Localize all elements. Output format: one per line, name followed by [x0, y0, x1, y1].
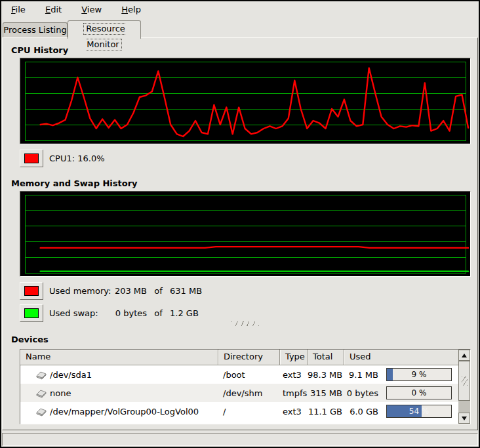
usage-percent-label: 9 %: [387, 369, 451, 380]
memory-of-word: of: [147, 286, 170, 296]
memory-history-title: Memory and Swap History: [11, 178, 138, 188]
table-row[interactable]: /dev/sda1 /boot ext3 98.3 MB 9.1 MB 9 %: [20, 365, 470, 384]
cpu-history-graph: [20, 58, 471, 144]
cpu-legend-label: CPU1: 16.0%: [49, 153, 105, 163]
usage-percent-label: 0 %: [387, 387, 451, 399]
menu-view[interactable]: View: [73, 1, 110, 18]
tab-process-listing-label: Process Listing: [3, 25, 66, 35]
device-total: 11.1 GB: [308, 407, 344, 417]
device-total: 98.3 MB: [308, 370, 344, 380]
memory-used-value: 203 MB: [113, 286, 147, 296]
arrow-up-icon: [462, 354, 467, 357]
memory-color-swatch: [24, 286, 39, 296]
tab-resource-monitor[interactable]: Resource Monitor: [68, 20, 141, 39]
usage-progressbar: 54 %: [386, 405, 452, 418]
device-directory: /boot: [218, 370, 280, 380]
column-header-total[interactable]: Total: [308, 350, 344, 365]
device-total: 315 MB: [308, 388, 344, 398]
tab-resource-monitor-label: Resource Monitor: [83, 23, 125, 51]
memory-legend-label: Used memory:: [49, 286, 113, 296]
column-header-type[interactable]: Type: [280, 350, 308, 365]
notebook-tabs: Process Listing Resource Monitor: [2, 20, 478, 38]
usage-percent-label: 54 %: [387, 405, 451, 417]
device-type: ext3: [280, 407, 308, 417]
memory-color-button[interactable]: [20, 282, 43, 300]
cpu-legend: CPU1: 16.0%: [20, 149, 105, 167]
table-row[interactable]: /dev/mapper/VolGroup00-LogVol00 / ext3 1…: [20, 402, 470, 420]
swap-of-word: of: [147, 308, 170, 318]
device-directory: /: [218, 407, 280, 417]
statusbar: [2, 433, 478, 446]
column-header-used[interactable]: Used: [344, 350, 458, 365]
column-header-directory[interactable]: Directory: [218, 350, 280, 365]
devices-table-header: Name Directory Type Total Used: [20, 350, 470, 365]
swap-total-value: 1.2 GB: [170, 308, 199, 318]
usage-progressbar: 0 %: [386, 386, 452, 399]
memory-history-graph: [20, 191, 471, 277]
menu-help[interactable]: Help: [113, 1, 149, 18]
column-header-name[interactable]: Name: [20, 350, 218, 365]
arrow-down-icon: [462, 417, 467, 420]
cpu-history-plot: [20, 58, 470, 144]
menu-edit[interactable]: Edit: [37, 1, 70, 18]
device-name: none: [50, 388, 71, 398]
device-used: 6.0 GB: [344, 407, 378, 417]
devices-title: Devices: [11, 335, 49, 344]
devices-table: Name Directory Type Total Used /dev/sda1…: [20, 349, 471, 424]
menubar: File Edit View Help: [2, 1, 478, 20]
swap-color-swatch: [24, 308, 39, 318]
disk-icon: [35, 407, 48, 417]
device-type: ext3: [280, 370, 308, 380]
swap-used-value: 0 bytes: [113, 308, 147, 318]
cpu-color-swatch: [24, 153, 39, 163]
memory-legend: Used memory: 203 MB of 631 MB: [20, 281, 202, 300]
device-used: 0 bytes: [344, 388, 378, 398]
device-name: /dev/mapper/VolGroup00-LogVol00: [50, 407, 199, 417]
vertical-scrollbar: [458, 350, 470, 424]
resource-monitor-page: CPU History CPU1: 16.0% Memory and Swap …: [2, 37, 478, 430]
cpu-color-button[interactable]: [20, 150, 43, 167]
device-directory: /dev/shm: [218, 388, 280, 398]
device-name: /dev/sda1: [50, 370, 92, 380]
device-used: 9.1 MB: [344, 370, 378, 380]
disk-icon: [35, 370, 48, 380]
scrollbar-grip-icon: [462, 376, 468, 386]
scrollbar-thumb[interactable]: [458, 361, 470, 401]
cpu-history-title: CPU History: [11, 45, 68, 55]
table-row[interactable]: none /dev/shm tmpfs 315 MB 0 bytes 0 %: [20, 384, 470, 402]
scroll-up-button[interactable]: [458, 350, 470, 361]
memory-history-plot: [20, 192, 470, 276]
pane-resize-grip[interactable]: [231, 321, 259, 326]
menu-file[interactable]: File: [3, 1, 33, 18]
disk-icon: [35, 388, 48, 398]
device-type: tmpfs: [280, 388, 308, 398]
memory-total-value: 631 MB: [170, 286, 202, 296]
usage-progressbar: 9 %: [386, 368, 452, 381]
system-monitor-window: File Edit View Help Process Listing Reso…: [0, 0, 480, 448]
swap-color-button[interactable]: [20, 304, 43, 322]
scroll-down-button[interactable]: [458, 413, 470, 424]
tab-process-listing[interactable]: Process Listing: [3, 22, 68, 38]
swap-legend: Used swap: 0 bytes of 1.2 GB: [20, 304, 199, 322]
swap-legend-label: Used swap:: [49, 308, 113, 318]
